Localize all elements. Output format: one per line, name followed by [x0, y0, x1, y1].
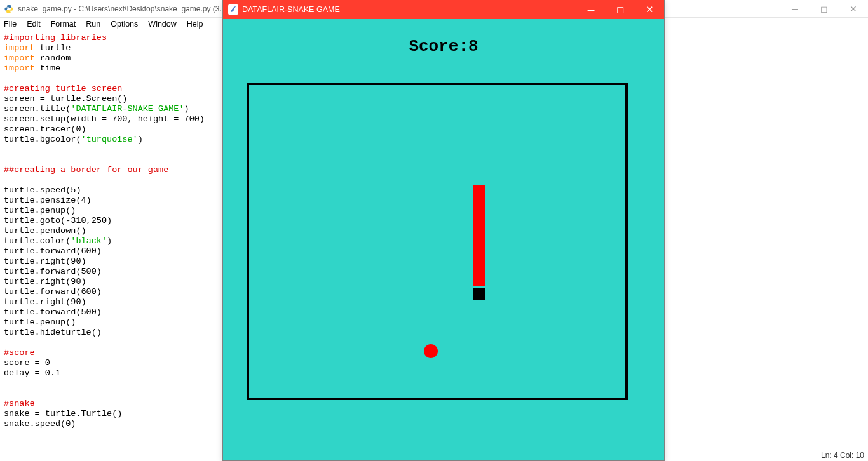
- close-button[interactable]: ✕: [635, 0, 664, 19]
- menu-help[interactable]: Help: [187, 20, 203, 29]
- menu-edit[interactable]: Edit: [27, 20, 41, 29]
- snake-segment: [473, 197, 485, 210]
- snake-segment: [473, 261, 485, 274]
- menu-window[interactable]: Window: [148, 20, 176, 29]
- game-title-text: DATAFLAIR-SNAKE GAME: [242, 5, 576, 14]
- snake-segment: [473, 223, 485, 236]
- minimize-button[interactable]: ─: [576, 0, 606, 19]
- snake-head: [473, 288, 485, 300]
- snake-segment: [473, 236, 485, 248]
- menu-options[interactable]: Options: [111, 20, 138, 29]
- game-window: DATAFLAIR-SNAKE GAME ─ ◻ ✕ Score:8: [222, 0, 665, 461]
- tk-icon: [228, 4, 238, 15]
- fruit: [424, 344, 438, 358]
- idle-statusbar: Ln: 4 Col: 10: [821, 451, 864, 460]
- snake-segment: [473, 274, 485, 286]
- svg-point-1: [10, 11, 11, 11]
- idle-window-controls: ─ ◻ ✕: [780, 0, 868, 17]
- game-window-controls: ─ ◻ ✕: [576, 0, 664, 19]
- score-label: Score:8: [223, 37, 664, 56]
- menu-run[interactable]: Run: [86, 20, 100, 29]
- game-titlebar: DATAFLAIR-SNAKE GAME ─ ◻ ✕: [223, 0, 664, 19]
- maximize-button[interactable]: ◻: [810, 0, 839, 17]
- snake-segment: [473, 185, 485, 197]
- menu-file[interactable]: File: [4, 20, 17, 29]
- menu-format[interactable]: Format: [51, 20, 76, 29]
- maximize-button[interactable]: ◻: [606, 0, 635, 19]
- snake-segment: [473, 210, 485, 223]
- minimize-button[interactable]: ─: [780, 0, 810, 17]
- python-icon: [4, 4, 14, 14]
- snake-segment: [473, 248, 485, 261]
- svg-point-0: [7, 6, 8, 6]
- close-button[interactable]: ✕: [839, 0, 868, 17]
- game-canvas[interactable]: Score:8: [223, 19, 664, 460]
